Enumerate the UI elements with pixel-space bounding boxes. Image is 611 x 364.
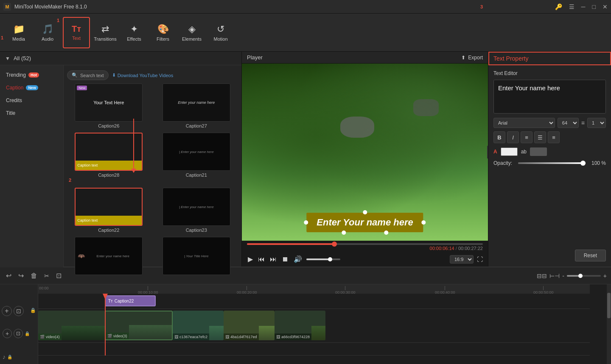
italic-button[interactable]: I xyxy=(507,131,519,143)
handle-top[interactable] xyxy=(363,210,367,214)
clip1-thumb xyxy=(62,326,105,340)
caption-item-28[interactable]: Caption text Caption28 xyxy=(67,133,151,178)
volume-icon[interactable]: 🔊 xyxy=(293,254,303,264)
tl-magnet-icon[interactable]: ⊢⊣ xyxy=(549,272,560,279)
tl-delete-button[interactable]: 🗑 xyxy=(29,270,39,281)
aspect-ratio-select[interactable]: 16:9 4:3 1:1 xyxy=(450,255,474,264)
tl-redo-button[interactable]: ↪ xyxy=(17,270,25,281)
handle-bottom-right[interactable] xyxy=(384,231,388,235)
scrubber-bar[interactable] xyxy=(247,243,483,245)
video-clip-3[interactable]: 🖼 c1367eaca7efc2 xyxy=(173,311,224,340)
text-editor-label: Text Editor xyxy=(493,70,606,76)
caption26-label: Caption26 xyxy=(98,123,119,128)
vertical-scrollbar[interactable] xyxy=(607,284,611,364)
copy-track-button[interactable]: ⊡ xyxy=(14,306,24,316)
sidebar-item-credits[interactable]: Credits xyxy=(0,94,63,107)
bg-color-swatch[interactable] xyxy=(530,147,547,156)
ruler-label-4: 00:00:40:00 xyxy=(435,290,455,294)
opacity-label: Opacity: xyxy=(493,160,515,166)
prev-button[interactable]: ⏮ xyxy=(257,255,266,264)
panel-top: ▼ All (52) xyxy=(5,55,31,61)
video-clip-1[interactable]: 🎬 video(4) xyxy=(38,311,105,340)
expand-arrow[interactable]: ▼ xyxy=(5,56,10,61)
maximize-icon[interactable]: □ xyxy=(592,3,596,10)
handle-bottom-left[interactable] xyxy=(342,231,346,235)
player-controls: ▶ ⏮ ⏭ ⏹ 🔊 16:9 4:3 1:1 ⛶ xyxy=(242,252,488,267)
caption-overlay[interactable]: Enter Your name here xyxy=(306,213,423,232)
tl-zoom-in-icon[interactable]: + xyxy=(603,272,607,279)
caption-item-24[interactable]: 🦇 Enter your name here Caption24 xyxy=(67,237,151,280)
toolbar-transitions[interactable]: ⇄ Transitions xyxy=(92,17,119,48)
sidebar-item-trending[interactable]: Trending Hot xyxy=(0,69,63,81)
video-clip-4[interactable]: 🖼 4ba1d4f7617ed xyxy=(224,311,275,340)
caption-item-21[interactable]: | Enter your name here Caption21 xyxy=(155,133,238,178)
zoom-slider[interactable] xyxy=(567,275,601,277)
text-color-swatch[interactable] xyxy=(501,147,518,156)
font-controls: Arial Times New Roman Verdana 64 48 72 9… xyxy=(493,118,606,128)
caption-item-22[interactable]: Caption text Caption22 xyxy=(67,188,151,233)
clip5-icon: 🖼 xyxy=(276,335,280,339)
copy-video-track-button[interactable]: ⊡ xyxy=(14,329,23,338)
align-center-button[interactable]: ☰ xyxy=(534,131,546,143)
fullscreen-button[interactable]: ⛶ xyxy=(477,256,483,263)
key-icon[interactable]: 🔑 xyxy=(555,3,562,10)
next-button[interactable]: ⏭ xyxy=(269,255,277,264)
ruler-label-1: 00:00:10:00 xyxy=(138,290,158,294)
ruler-tick-5 xyxy=(543,286,544,290)
sidebar-item-title[interactable]: Title xyxy=(0,107,63,119)
toolbar: 1 📁 Media 🎵 Audio 1 Tт Text ⇄ Transition… xyxy=(0,14,611,52)
align-left-button[interactable]: ≡ xyxy=(521,131,533,143)
handle-left[interactable] xyxy=(304,220,308,225)
reset-button[interactable]: Reset xyxy=(575,250,606,261)
handle-right[interactable] xyxy=(422,220,426,225)
font-select[interactable]: Arial Times New Roman Verdana xyxy=(493,118,555,128)
volume-slider[interactable] xyxy=(306,258,340,260)
caption-item-27[interactable]: Enter your name here Caption27 xyxy=(155,83,238,128)
caption-item-26[interactable]: New Your Text Here Caption26 xyxy=(67,83,151,128)
scroll-thumb xyxy=(607,293,611,318)
title-label: Title xyxy=(6,110,15,116)
scrubber-thumb[interactable] xyxy=(332,242,337,247)
tl-crop-button[interactable]: ⊡ xyxy=(54,270,63,281)
caption-thumb-28: Caption text xyxy=(75,133,143,171)
play-button[interactable]: ▶ xyxy=(247,254,254,264)
align-right-button[interactable]: ≡ xyxy=(548,131,560,143)
stop-button[interactable]: ⏹ xyxy=(281,255,289,264)
tl-undo-button[interactable]: ↩ xyxy=(4,270,13,281)
sidebar-item-caption[interactable]: Caption New xyxy=(0,81,63,94)
audio-label: Audio xyxy=(42,36,53,42)
toolbar-text[interactable]: 1 Tт Text xyxy=(63,17,90,48)
font-size-select[interactable]: 64 48 72 96 xyxy=(558,118,579,128)
download-link[interactable]: ⬇ Download YouTube Videos xyxy=(112,72,174,78)
toolbar-media[interactable]: 📁 Media xyxy=(5,17,32,48)
search-box[interactable]: 🔍 Search text xyxy=(67,70,109,80)
toolbar-effects[interactable]: ✦ Effects xyxy=(121,17,148,48)
caption-clip[interactable]: Tт Caption22 xyxy=(105,295,156,306)
add-track-button[interactable]: + xyxy=(2,306,12,316)
tl-cut-button[interactable]: ✂ xyxy=(42,271,51,281)
toolbar-motion[interactable]: ↺ Motion xyxy=(207,17,234,48)
ruler-2: 00:00:20:00 xyxy=(237,286,257,294)
clip1-icon: 🎬 xyxy=(40,335,45,339)
video-clip-2[interactable]: 🎬 video(3) xyxy=(105,311,173,340)
toolbar-filters[interactable]: 🎨 Filters xyxy=(149,17,177,48)
text-editor[interactable]: Enter Your name here xyxy=(493,80,606,114)
caption-item-25[interactable]: | Your Title Here Caption25 xyxy=(155,237,238,280)
sidebar-toggle[interactable]: › xyxy=(487,146,488,158)
export-button[interactable]: ⬆ Export xyxy=(461,55,483,61)
video-track-side: + ⊡ 🔒 xyxy=(0,318,38,350)
caption-item-23[interactable]: | Enter your name here Caption23 xyxy=(155,188,238,233)
toolbar-elements[interactable]: ◈ Elements xyxy=(178,17,205,48)
menu-icon[interactable]: ☰ xyxy=(569,3,575,10)
video-clip-5[interactable]: 🖼 a66cd3f9674228 xyxy=(275,311,325,340)
add-video-track-button[interactable]: + xyxy=(3,329,12,338)
line-spacing-select[interactable]: 1 1.5 2 xyxy=(587,118,606,128)
caption-thumb-24: 🦇 Enter your name here xyxy=(75,237,143,275)
opacity-slider[interactable] xyxy=(518,162,586,164)
bold-button[interactable]: B xyxy=(493,131,505,143)
minimize-icon[interactable]: ─ xyxy=(581,3,586,10)
tl-zoom-out-icon[interactable]: - xyxy=(562,272,564,279)
caption22-bar-text: Caption text xyxy=(77,218,98,222)
close-icon[interactable]: ✕ xyxy=(603,3,608,10)
tl-split-icon[interactable]: ⊟⊟ xyxy=(537,272,547,279)
